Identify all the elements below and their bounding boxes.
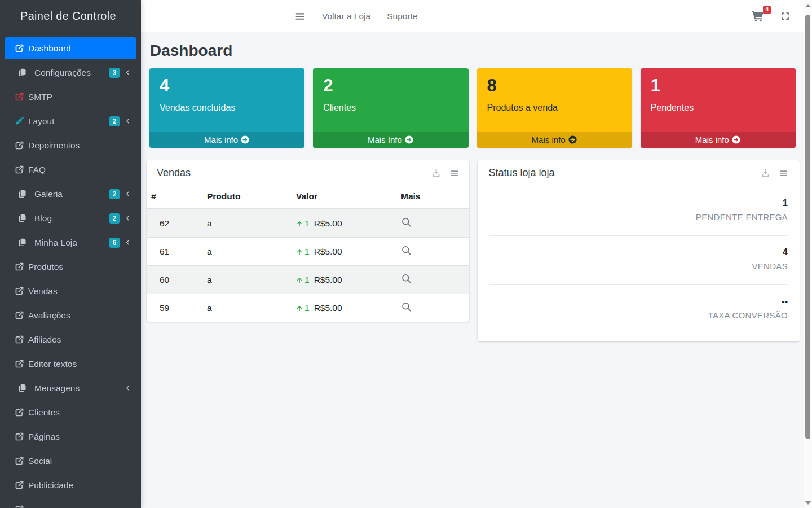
external-link-icon	[14, 480, 24, 491]
pen-nib-icon	[14, 116, 24, 126]
sidebar-item[interactable]: Afiliados	[5, 329, 136, 351]
sidebar-item[interactable]: Depoimentos	[5, 134, 136, 156]
sidebar-item-label: Páginas	[28, 432, 60, 442]
sidebar-item-label: SMTP	[28, 92, 52, 102]
arrow-up-icon	[296, 220, 303, 227]
row-valor: 1R$5.00	[292, 209, 396, 238]
external-link-icon	[14, 141, 24, 151]
info-box: 8 Produtos a venda Mais info	[477, 68, 632, 148]
sidebar-item-label: Produtos	[28, 262, 63, 272]
expand-arrows-icon[interactable]	[780, 11, 790, 21]
sidebar-item-label: Layout	[28, 116, 55, 126]
stat-label: TAXA CONVERSÃO	[489, 310, 788, 320]
scrollbar	[804, 0, 812, 508]
sidebar-item[interactable]: Publicidade	[5, 474, 136, 496]
sidebar-item-label: Avaliações	[28, 310, 70, 321]
external-link-icon	[14, 43, 24, 54]
row-produto: a	[202, 238, 292, 266]
arrow-up-icon	[296, 248, 303, 256]
sidebar-item[interactable]: Galeria 2	[5, 183, 136, 205]
bars-icon[interactable]	[450, 169, 459, 178]
more-info-link[interactable]: Mais info	[641, 132, 796, 148]
search-icon[interactable]	[401, 217, 412, 227]
row-valor: 1R$5.00	[292, 294, 396, 322]
search-icon[interactable]	[401, 245, 412, 256]
sidebar-item-label: Editor textos	[28, 359, 77, 369]
navbar-links: Voltar a Loja Suporte	[322, 11, 417, 21]
sidebar-item[interactable]: Social	[5, 450, 136, 472]
scrollbar-thumb[interactable]	[805, 15, 810, 439]
sidebar-item[interactable]: Clientes	[5, 401, 136, 423]
row-produto: a	[202, 294, 292, 322]
sidebar-item-label: Publicidade	[28, 480, 73, 491]
sidebar-item[interactable]: Blog 2	[5, 207, 136, 229]
top-navbar: Voltar a Loja Suporte 4	[141, 0, 804, 32]
navbar-link[interactable]: Suporte	[387, 11, 417, 21]
count-badge: 3	[109, 68, 120, 78]
sidebar-item-label: Galeria	[34, 189, 63, 199]
sidebar-item[interactable]: Dashboard	[5, 37, 136, 59]
sidebar-item[interactable]: SMTP	[5, 86, 136, 108]
external-link-icon	[14, 310, 24, 321]
external-link-icon	[14, 408, 24, 418]
sidebar-item-label: Blog	[34, 213, 52, 224]
more-info-link[interactable]: Mais Info	[313, 132, 468, 148]
count-badge: 2	[109, 189, 120, 199]
chevron-left-icon	[125, 190, 131, 198]
navbar-link[interactable]: Voltar a Loja	[322, 11, 370, 21]
column-header: Valor	[292, 185, 396, 209]
sidebar-item[interactable]: Layout 2	[5, 110, 136, 132]
info-box-value: 4	[160, 76, 294, 96]
info-box: 4 Vendas concluídas Mais info	[149, 68, 304, 148]
search-icon[interactable]	[401, 301, 412, 312]
more-info-link[interactable]: Mais info	[149, 132, 304, 148]
sidebar-item[interactable]: Minha Loja 6	[5, 231, 136, 253]
sidebar-item[interactable]: FAQ	[5, 159, 136, 181]
table-row: 60 a 1R$5.00	[147, 266, 469, 294]
sidebar-item[interactable]: Configurações 3	[5, 62, 136, 84]
menu-icon[interactable]	[294, 11, 306, 22]
stat-value: 1	[489, 198, 788, 208]
stat-label: PENDENTE ENTREGA	[489, 212, 788, 222]
sidebar-item-label: Clientes	[28, 408, 60, 418]
sidebar-item[interactable]: Editor textos	[5, 353, 136, 375]
copy-icon	[17, 383, 27, 393]
download-icon[interactable]	[431, 168, 441, 178]
vendas-table: # Produto Valor Mais 62 a	[147, 185, 469, 322]
scroll-down-arrow[interactable]	[805, 501, 811, 505]
table-row: 62 a 1R$5.00	[147, 209, 469, 238]
row-produto: a	[202, 209, 292, 238]
copy-icon	[17, 213, 27, 224]
copy-icon	[17, 189, 27, 199]
sidebar-item[interactable]: Mensagens	[5, 377, 136, 399]
stat-item: 4 VENDAS	[489, 235, 789, 284]
info-box-label: Pendentes	[651, 103, 785, 113]
sidebar-item-label: Dashboard	[28, 43, 71, 54]
sidebar-item[interactable]: Avaliações	[5, 304, 136, 326]
sidebar-item[interactable]: Páginas	[5, 426, 136, 448]
sidebar-item-label: Mensagens	[34, 383, 80, 393]
search-icon[interactable]	[401, 273, 412, 284]
arrow-up-icon	[296, 305, 303, 312]
more-info-link[interactable]: Mais info	[477, 132, 632, 148]
sidebar-item[interactable]: Produtos	[5, 256, 136, 278]
info-box-label: Produtos a venda	[487, 103, 622, 113]
count-badge: 6	[109, 238, 120, 248]
external-link-icon	[14, 505, 24, 508]
page-title: Dashboard	[150, 42, 800, 60]
vendas-table-header: # Produto Valor Mais	[147, 185, 469, 209]
scroll-up-arrow[interactable]	[805, 4, 811, 7]
bars-icon[interactable]	[779, 169, 788, 178]
copy-icon	[17, 68, 27, 78]
column-header: Produto	[202, 185, 292, 209]
sidebar-item[interactable]	[5, 498, 136, 508]
external-link-icon	[14, 262, 24, 272]
sidebar-item[interactable]: Vendas	[5, 280, 136, 302]
info-box-value: 2	[323, 76, 458, 96]
table-row: 59 a 1R$5.00	[147, 294, 469, 322]
count-badge: 2	[109, 213, 120, 224]
valor-amount: R$5.00	[314, 218, 342, 228]
stat-item: -- TAXA CONVERSÃO	[489, 284, 789, 334]
cart-icon[interactable]: 4	[751, 10, 764, 23]
download-icon[interactable]	[761, 168, 770, 178]
